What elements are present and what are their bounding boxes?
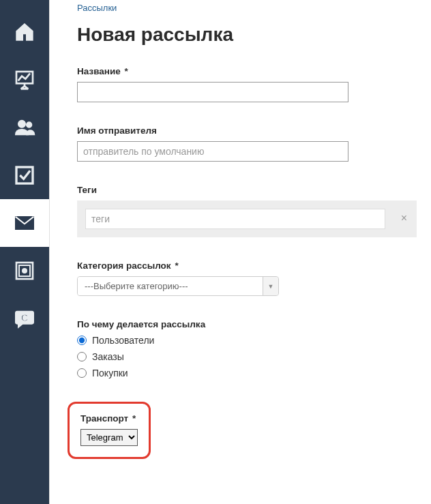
main-content: Рассылки Новая рассылка Название * Имя о… bbox=[49, 0, 431, 504]
users-icon bbox=[14, 117, 35, 138]
field-category-group: Категория рассылок * ---Выберите категор… bbox=[77, 261, 415, 296]
tags-label: Теги bbox=[77, 185, 415, 195]
category-label-text: Категория рассылок bbox=[77, 261, 171, 271]
svg-point-5 bbox=[18, 120, 26, 128]
basis-radio-users[interactable] bbox=[77, 336, 87, 345]
basis-label-purchases: Покупки bbox=[92, 368, 128, 379]
name-label: Название * bbox=[77, 66, 415, 76]
basis-label-users: Пользователи bbox=[92, 335, 154, 346]
nav-chat[interactable]: C bbox=[0, 295, 49, 342]
basis-radio-purchases[interactable] bbox=[77, 368, 87, 378]
nav-users[interactable] bbox=[0, 104, 49, 151]
transport-label: Транспорт * bbox=[80, 413, 138, 424]
basis-option-purchases[interactable]: Покупки bbox=[77, 368, 415, 379]
nav-home[interactable] bbox=[0, 8, 49, 56]
basis-radio-orders[interactable] bbox=[77, 352, 87, 361]
category-label: Категория рассылок * bbox=[77, 261, 415, 271]
name-input[interactable] bbox=[77, 82, 348, 102]
basis-option-orders[interactable]: Заказы bbox=[77, 351, 415, 362]
tags-input[interactable]: теги bbox=[85, 209, 385, 229]
basis-label: По чему делается рассылка bbox=[77, 319, 415, 329]
field-tags-group: Теги теги × bbox=[77, 185, 415, 237]
category-select[interactable]: ---Выберите категорию--- ▼ bbox=[77, 276, 279, 296]
category-selected: ---Выберите категорию--- bbox=[78, 277, 263, 295]
svg-point-6 bbox=[27, 122, 32, 128]
page-title: Новая рассылка bbox=[77, 24, 415, 46]
svg-text:C: C bbox=[21, 312, 29, 323]
transport-select[interactable]: Telegram bbox=[80, 429, 138, 446]
nav-presentation[interactable] bbox=[0, 56, 49, 104]
tags-clear-icon[interactable]: × bbox=[401, 213, 407, 224]
sidebar: C bbox=[0, 0, 49, 504]
chevron-down-icon[interactable]: ▼ bbox=[263, 277, 278, 295]
chat-c-icon: C bbox=[14, 308, 35, 329]
home-icon bbox=[14, 21, 35, 43]
nav-safe[interactable] bbox=[0, 247, 49, 295]
tags-box: теги × bbox=[77, 201, 417, 237]
nav-check[interactable] bbox=[0, 151, 49, 199]
safe-icon bbox=[14, 260, 35, 282]
basis-radio-group: Пользователи Заказы Покупки bbox=[77, 335, 415, 379]
checkbox-icon bbox=[14, 164, 35, 186]
basis-label-orders: Заказы bbox=[92, 351, 124, 362]
field-basis-group: По чему делается рассылка Пользователи З… bbox=[77, 319, 415, 379]
required-star: * bbox=[132, 413, 136, 424]
field-sender-group: Имя отправителя bbox=[77, 125, 415, 162]
transport-label-text: Транспорт bbox=[80, 413, 128, 424]
transport-highlight-box: Транспорт * Telegram bbox=[68, 402, 151, 459]
svg-rect-7 bbox=[16, 167, 33, 183]
required-star: * bbox=[125, 66, 128, 76]
nav-mail[interactable] bbox=[0, 199, 49, 247]
sender-label: Имя отправителя bbox=[77, 125, 415, 136]
basis-option-users[interactable]: Пользователи bbox=[77, 335, 415, 346]
sender-input[interactable] bbox=[77, 141, 348, 162]
svg-point-10 bbox=[23, 269, 27, 273]
breadcrumb[interactable]: Рассылки bbox=[77, 3, 415, 13]
chart-board-icon bbox=[14, 69, 35, 91]
name-label-text: Название bbox=[77, 66, 121, 76]
required-star: * bbox=[175, 261, 178, 271]
field-name-group: Название * bbox=[77, 66, 415, 102]
mail-icon bbox=[14, 212, 35, 234]
